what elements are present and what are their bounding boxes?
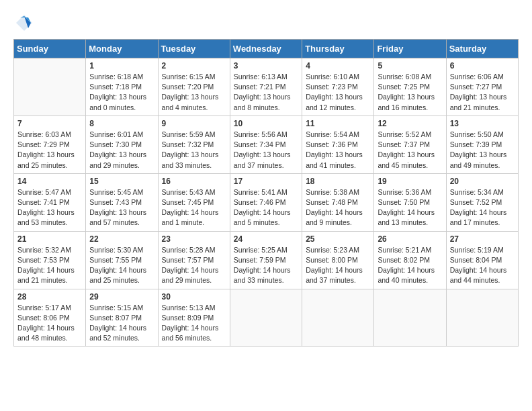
calendar-cell: 18Sunrise: 5:38 AMSunset: 7:48 PMDayligh…: [302, 173, 374, 231]
calendar-cell: 12Sunrise: 5:52 AMSunset: 7:37 PMDayligh…: [374, 116, 446, 173]
sunrise-text: Sunrise: 6:06 AM: [450, 73, 504, 81]
calendar-header-saturday: Saturday: [446, 40, 518, 58]
calendar-cell: 21Sunrise: 5:32 AMSunset: 7:53 PMDayligh…: [14, 231, 86, 289]
day-number: 23: [162, 234, 226, 244]
sunset-text: Sunset: 7:18 PM: [89, 83, 142, 91]
cell-content: Sunrise: 6:10 AMSunset: 7:23 PMDaylight:…: [306, 72, 370, 113]
sunset-text: Sunset: 7:32 PM: [162, 140, 214, 148]
cell-content: Sunrise: 5:38 AMSunset: 7:48 PMDaylight:…: [306, 187, 370, 228]
day-number: 12: [378, 119, 442, 128]
daylight-text: Daylight: 13 hours and 4 minutes.: [162, 93, 219, 111]
cell-content: Sunrise: 5:36 AMSunset: 7:50 PMDaylight:…: [378, 187, 442, 228]
cell-content: Sunrise: 5:56 AMSunset: 7:34 PMDaylight:…: [234, 130, 298, 171]
daylight-text: Daylight: 14 hours and 5 minutes.: [234, 208, 291, 226]
daylight-text: Daylight: 14 hours and 1 minute.: [162, 208, 219, 226]
cell-content: Sunrise: 5:17 AMSunset: 8:06 PMDaylight:…: [17, 303, 82, 344]
sunset-text: Sunset: 7:27 PM: [450, 83, 502, 91]
calendar-cell: [446, 289, 518, 347]
calendar-header-wednesday: Wednesday: [230, 40, 302, 58]
cell-content: Sunrise: 5:41 AMSunset: 7:46 PMDaylight:…: [234, 187, 298, 228]
daylight-text: Daylight: 14 hours and 44 minutes.: [450, 266, 507, 284]
day-number: 5: [378, 61, 442, 71]
day-number: 7: [17, 119, 82, 128]
calendar-cell: 5Sunrise: 6:08 AMSunset: 7:25 PMDaylight…: [374, 58, 446, 116]
sunrise-text: Sunrise: 6:13 AM: [234, 73, 287, 81]
daylight-text: Daylight: 13 hours and 12 minutes.: [306, 93, 363, 111]
calendar-cell: [14, 58, 86, 116]
daylight-text: Daylight: 14 hours and 29 minutes.: [162, 266, 219, 284]
sunrise-text: Sunrise: 5:56 AM: [234, 130, 287, 138]
sunset-text: Sunset: 8:00 PM: [306, 256, 358, 264]
sunrise-text: Sunrise: 5:52 AM: [378, 130, 431, 138]
sunrise-text: Sunrise: 5:34 AM: [450, 188, 504, 196]
cell-content: Sunrise: 6:15 AMSunset: 7:20 PMDaylight:…: [162, 72, 226, 113]
cell-content: Sunrise: 6:08 AMSunset: 7:25 PMDaylight:…: [378, 72, 442, 113]
day-number: 2: [162, 61, 226, 71]
sunrise-text: Sunrise: 5:32 AM: [17, 246, 71, 254]
sunset-text: Sunset: 7:50 PM: [378, 198, 430, 206]
cell-content: Sunrise: 5:54 AMSunset: 7:36 PMDaylight:…: [306, 130, 370, 171]
sunrise-text: Sunrise: 5:41 AM: [234, 188, 287, 196]
daylight-text: Daylight: 14 hours and 48 minutes.: [17, 324, 75, 342]
calendar-cell: 22Sunrise: 5:30 AMSunset: 7:55 PMDayligh…: [86, 231, 158, 289]
daylight-text: Daylight: 13 hours and 29 minutes.: [89, 150, 146, 169]
sunrise-text: Sunrise: 5:30 AM: [89, 246, 143, 254]
sunset-text: Sunset: 7:21 PM: [234, 83, 286, 91]
cell-content: Sunrise: 5:59 AMSunset: 7:32 PMDaylight:…: [162, 130, 226, 171]
sunrise-text: Sunrise: 6:18 AM: [89, 73, 143, 81]
daylight-text: Daylight: 13 hours and 8 minutes.: [234, 93, 291, 111]
sunrise-text: Sunrise: 5:47 AM: [17, 188, 71, 196]
calendar-cell: 30Sunrise: 5:13 AMSunset: 8:09 PMDayligh…: [158, 289, 230, 347]
calendar-cell: 10Sunrise: 5:56 AMSunset: 7:34 PMDayligh…: [230, 116, 302, 173]
sunrise-text: Sunrise: 5:19 AM: [450, 246, 504, 254]
day-number: 9: [162, 119, 226, 128]
sunset-text: Sunset: 8:06 PM: [17, 314, 70, 322]
sunset-text: Sunset: 7:39 PM: [450, 140, 502, 148]
day-number: 28: [17, 292, 82, 302]
calendar-cell: 1Sunrise: 6:18 AMSunset: 7:18 PMDaylight…: [86, 58, 158, 116]
sunrise-text: Sunrise: 5:25 AM: [234, 246, 287, 254]
sunrise-text: Sunrise: 5:15 AM: [89, 304, 143, 312]
calendar-cell: [302, 289, 374, 347]
calendar-week-row: 7Sunrise: 6:03 AMSunset: 7:29 PMDaylight…: [14, 116, 519, 173]
sunrise-text: Sunrise: 5:17 AM: [17, 304, 71, 312]
calendar-cell: 6Sunrise: 6:06 AMSunset: 7:27 PMDaylight…: [446, 58, 518, 116]
daylight-text: Daylight: 13 hours and 53 minutes.: [17, 208, 75, 226]
sunrise-text: Sunrise: 5:50 AM: [450, 130, 504, 138]
sunrise-text: Sunrise: 5:21 AM: [378, 246, 431, 254]
day-number: 27: [450, 234, 515, 244]
day-number: 30: [162, 292, 226, 302]
calendar-cell: 9Sunrise: 5:59 AMSunset: 7:32 PMDaylight…: [158, 116, 230, 173]
cell-content: Sunrise: 5:15 AMSunset: 8:07 PMDaylight:…: [89, 303, 154, 344]
calendar-week-row: 21Sunrise: 5:32 AMSunset: 7:53 PMDayligh…: [14, 231, 519, 289]
daylight-text: Daylight: 13 hours and 49 minutes.: [450, 150, 507, 169]
sunset-text: Sunset: 7:52 PM: [450, 198, 502, 206]
cell-content: Sunrise: 5:43 AMSunset: 7:45 PMDaylight:…: [162, 187, 226, 228]
day-number: 11: [306, 119, 370, 128]
day-number: 21: [17, 234, 82, 244]
day-number: 10: [234, 119, 298, 128]
calendar-cell: 23Sunrise: 5:28 AMSunset: 7:57 PMDayligh…: [158, 231, 230, 289]
sunset-text: Sunset: 7:36 PM: [306, 140, 358, 148]
calendar-cell: 8Sunrise: 6:01 AMSunset: 7:30 PMDaylight…: [86, 116, 158, 173]
cell-content: Sunrise: 5:19 AMSunset: 8:04 PMDaylight:…: [450, 245, 515, 286]
day-number: 29: [89, 292, 154, 302]
day-number: 20: [450, 177, 515, 186]
cell-content: Sunrise: 6:03 AMSunset: 7:29 PMDaylight:…: [17, 130, 82, 171]
daylight-text: Daylight: 14 hours and 40 minutes.: [378, 266, 435, 284]
calendar-cell: 17Sunrise: 5:41 AMSunset: 7:46 PMDayligh…: [230, 173, 302, 231]
logo-text: [13, 13, 35, 32]
sunset-text: Sunset: 7:53 PM: [17, 256, 70, 264]
daylight-text: Daylight: 13 hours and 25 minutes.: [17, 150, 75, 169]
day-number: 25: [306, 234, 370, 244]
sunrise-text: Sunrise: 6:08 AM: [378, 73, 431, 81]
sunset-text: Sunset: 7:25 PM: [378, 83, 430, 91]
sunset-text: Sunset: 8:02 PM: [378, 256, 430, 264]
cell-content: Sunrise: 6:13 AMSunset: 7:21 PMDaylight:…: [234, 72, 298, 113]
calendar-cell: 27Sunrise: 5:19 AMSunset: 8:04 PMDayligh…: [446, 231, 518, 289]
daylight-text: Daylight: 13 hours and 45 minutes.: [378, 150, 435, 169]
calendar-header-tuesday: Tuesday: [158, 40, 230, 58]
sunset-text: Sunset: 7:48 PM: [306, 198, 358, 206]
cell-content: Sunrise: 5:21 AMSunset: 8:02 PMDaylight:…: [378, 245, 442, 286]
cell-content: Sunrise: 5:34 AMSunset: 7:52 PMDaylight:…: [450, 187, 515, 228]
